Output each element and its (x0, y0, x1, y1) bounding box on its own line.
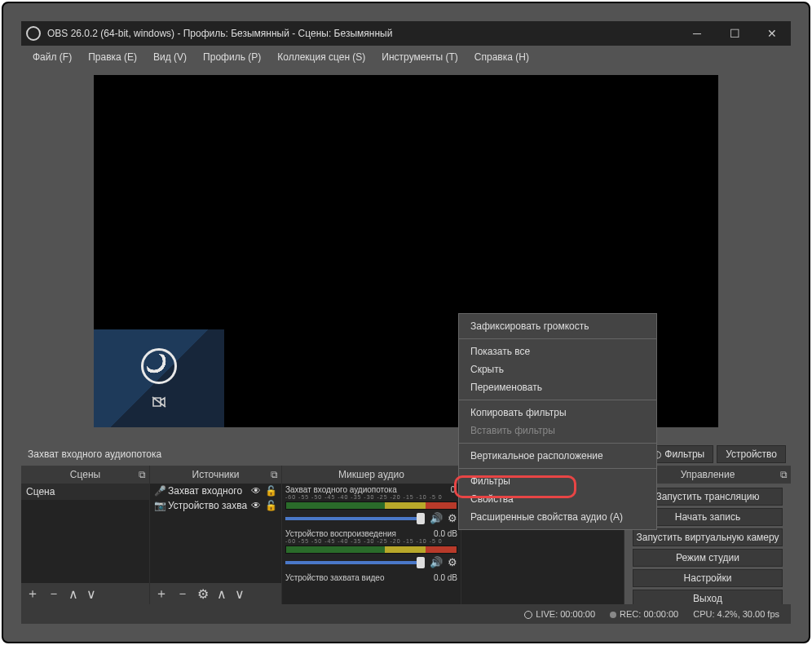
volume-slider[interactable] (285, 561, 425, 564)
menu-profile[interactable]: Профиль (P) (195, 48, 269, 66)
menu-help[interactable]: Справка (H) (466, 48, 537, 66)
speaker-icon[interactable]: 🔊 (430, 512, 443, 524)
window-title: OBS 26.0.2 (64-bit, windows) - Профиль: … (47, 28, 392, 39)
menu-edit[interactable]: Правка (E) (80, 48, 145, 66)
scenes-dock: Сцены⧉ Сцена ＋ － ∧ ∨ (21, 466, 150, 604)
obs-logo-icon (141, 348, 177, 384)
source-up-button[interactable]: ∧ (217, 586, 227, 602)
sources-title: Источники (192, 469, 240, 480)
remove-source-button[interactable]: － (176, 585, 189, 603)
start-vcam-button[interactable]: Запустить виртуальную камеру (633, 528, 783, 546)
context-menu-item[interactable]: Фильтры (459, 472, 656, 490)
maximize-button[interactable]: ☐ (716, 21, 753, 46)
gear-icon[interactable]: ⚙ (448, 512, 457, 524)
source-thumbnail[interactable] (94, 329, 224, 427)
context-menu-item[interactable]: Зафиксировать громкость (459, 317, 656, 335)
statusbar: LIVE: 00:00:00 REC: 00:00:00 CPU: 4.2%, … (21, 604, 791, 624)
context-menu-item[interactable]: Показать все (459, 342, 656, 360)
lock-toggle[interactable]: 🔓 (263, 500, 278, 511)
mixer-track: Устройство воспроизведения0.0 dB -60 -55… (282, 528, 461, 572)
obs-window: OBS 26.0.2 (64-bit, windows) - Профиль: … (21, 21, 791, 624)
selected-source-bar: Захват входного аудиопотока ⚙Свойства ◐Ф… (21, 443, 791, 466)
source-item[interactable]: 🎤 Захват входного 👁 🔓 (150, 484, 281, 498)
camera-icon: 📷 (153, 500, 166, 511)
add-scene-button[interactable]: ＋ (26, 585, 39, 603)
context-menu-item: Вставить фильтры (459, 422, 656, 440)
preview-area (21, 68, 791, 443)
mixer-title: Микшер аудио (338, 469, 404, 480)
sources-dock: Источники⧉ 🎤 Захват входного 👁 🔓 📷 Устро… (150, 466, 282, 604)
scenes-title: Сцены (70, 469, 100, 480)
studio-mode-button[interactable]: Режим студии (633, 549, 783, 567)
add-source-button[interactable]: ＋ (155, 585, 168, 603)
popout-icon[interactable]: ⧉ (780, 469, 788, 480)
lock-toggle[interactable]: 🔓 (263, 485, 278, 497)
mixer-track: Устройство захвата видео0.0 dB (282, 572, 461, 585)
context-menu: Зафиксировать громкостьПоказать всеСкрыт… (458, 313, 657, 530)
audio-meter (285, 546, 457, 554)
popout-icon[interactable]: ⧉ (271, 469, 278, 480)
broadcast-icon (524, 611, 532, 619)
controls-title: Управление (681, 469, 735, 480)
visibility-toggle[interactable]: 👁 (249, 500, 263, 511)
menu-view[interactable]: Вид (V) (145, 48, 195, 66)
cpu-status: CPU: 4.2%, 30.00 fps (693, 609, 779, 619)
titlebar: OBS 26.0.2 (64-bit, windows) - Профиль: … (21, 21, 791, 46)
source-down-button[interactable]: ∨ (235, 586, 245, 602)
obs-logo-icon (26, 26, 41, 41)
source-props-button[interactable]: ⚙ (197, 586, 209, 602)
scene-down-button[interactable]: ∨ (86, 586, 96, 602)
menubar: Файл (F) Правка (E) Вид (V) Профиль (P) … (21, 46, 791, 68)
remove-scene-button[interactable]: － (47, 585, 60, 603)
context-menu-item[interactable]: Переименовать (459, 378, 656, 396)
context-menu-item[interactable]: Расширенные свойства аудио (A) (459, 508, 656, 526)
live-status: LIVE: 00:00:00 (536, 609, 595, 619)
exit-button[interactable]: Выход (633, 590, 783, 604)
scene-up-button[interactable]: ∧ (68, 586, 78, 602)
context-menu-item[interactable]: Копировать фильтры (459, 404, 656, 422)
menu-file[interactable]: Файл (F) (24, 48, 80, 66)
record-dot-icon (610, 612, 616, 618)
rec-status: REC: 00:00:00 (620, 609, 678, 619)
source-item[interactable]: 📷 Устройство захва 👁 🔓 (150, 498, 281, 513)
mixer-track: Захват входного аудиопотока0. -60 -55 -5… (282, 484, 461, 528)
camera-off-icon (151, 395, 167, 409)
scene-item[interactable]: Сцена (21, 484, 149, 500)
microphone-icon: 🎤 (153, 485, 166, 497)
audio-meter (285, 501, 457, 510)
mixer-dock: Микшер аудио Захват входного аудиопотока… (282, 466, 461, 604)
context-menu-item[interactable]: Скрыть (459, 360, 656, 378)
menu-tools[interactable]: Инструменты (T) (373, 48, 466, 66)
close-button[interactable]: ✕ (753, 21, 791, 46)
selected-source-label: Захват входного аудиопотока (28, 448, 161, 460)
settings-button[interactable]: Настройки (633, 569, 783, 587)
gear-icon[interactable]: ⚙ (448, 556, 457, 568)
menu-scene-collection[interactable]: Коллекция сцен (S) (269, 48, 373, 66)
docks: Сцены⧉ Сцена ＋ － ∧ ∨ Источники⧉ 🎤 Захват… (21, 466, 791, 604)
volume-slider[interactable] (285, 517, 425, 520)
minimize-button[interactable]: ─ (678, 21, 716, 46)
visibility-toggle[interactable]: 👁 (249, 485, 263, 497)
device-button[interactable]: Устройство (717, 445, 786, 463)
popout-icon[interactable]: ⧉ (139, 469, 146, 480)
speaker-icon[interactable]: 🔊 (430, 556, 443, 568)
context-menu-item[interactable]: Свойства (459, 490, 656, 508)
context-menu-item[interactable]: Вертикальное расположение (459, 447, 656, 465)
